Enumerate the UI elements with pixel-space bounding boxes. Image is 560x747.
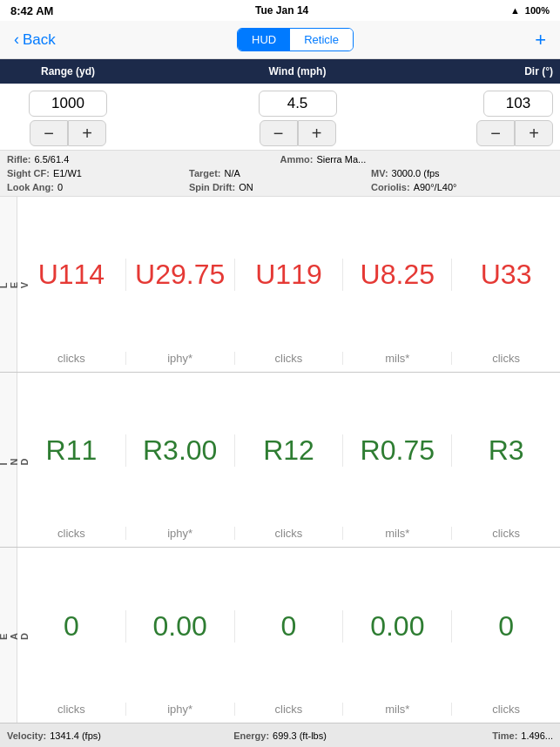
lead-col3: 0 — [234, 610, 343, 643]
wifi-icon: ▲ — [510, 5, 520, 16]
back-chevron-icon: ‹ — [14, 30, 19, 49]
dir-input-group: − + — [466, 91, 553, 146]
lead-val3: 0 — [281, 610, 297, 643]
wind-val1: R11 — [46, 434, 98, 467]
wind-values-row: R11 R3.00 R12 R0.75 R3 — [17, 373, 560, 526]
wind-val3: R12 — [263, 434, 314, 467]
lookang-value: 0 — [57, 180, 63, 194]
elev-lbl-cell4: mils* — [342, 352, 451, 365]
wind-col5: R3 — [451, 434, 560, 467]
elev-lbl3: clicks — [275, 352, 303, 365]
ammo-value: Sierra Ma... — [316, 152, 366, 166]
range-increment-button[interactable]: + — [68, 120, 106, 146]
wind-col1: R11 — [17, 434, 125, 467]
wind-labels-row: clicks iphy* clicks mils* clicks — [17, 525, 560, 547]
elev-lbl-cell5: clicks — [451, 352, 560, 365]
wind-input[interactable] — [259, 91, 337, 117]
segment-control: HUD Reticle — [237, 28, 354, 51]
wind-lbl4: mils* — [385, 527, 409, 540]
wind-decrement-button[interactable]: − — [260, 120, 298, 146]
elev-col1: U114 — [17, 259, 125, 291]
coriolis-label: Coriolis: — [371, 180, 410, 194]
dir-header: Dir (°) — [466, 65, 553, 77]
wind-label: WIND — [0, 454, 30, 465]
elev-val3: U119 — [255, 259, 322, 291]
sections-area: ELEV U114 U29.75 U119 U8.25 — [0, 197, 560, 723]
coriolis-value: A90°/L40° — [414, 180, 457, 194]
wind-val4: R0.75 — [361, 434, 435, 467]
lead-label-col: LEAD — [0, 548, 17, 723]
rifle-value: 6.5/61.4 — [35, 152, 70, 166]
mv-info: MV: 3000.0 (fps — [371, 166, 553, 180]
elev-col4: U8.25 — [342, 259, 451, 291]
time-cell: Time: 1.496... — [371, 730, 553, 741]
energy-label: Energy: — [233, 730, 269, 741]
coriolis-info: Coriolis: A90°/L40° — [371, 180, 553, 194]
elev-data: U114 U29.75 U119 U8.25 U33 — [17, 197, 560, 372]
battery-icon: 100% — [525, 5, 550, 16]
lead-lbl-cell4: mils* — [342, 703, 451, 716]
info-row-1: Rifle: 6.5/61.4 Ammo: Sierra Ma... — [7, 152, 553, 166]
segment-hud[interactable]: HUD — [238, 29, 290, 50]
elev-lbl4: mils* — [385, 352, 409, 365]
back-button[interactable]: ‹ Back — [14, 30, 56, 49]
lead-label: LEAD — [0, 631, 30, 640]
range-decrement-button[interactable]: − — [30, 120, 68, 146]
input-row: − + − + − + — [0, 84, 560, 150]
elev-label-col: ELEV — [0, 197, 17, 372]
velocity-cell: Velocity: 1341.4 (fps) — [7, 730, 189, 741]
spindrift-info: Spin Drift: ON — [189, 180, 371, 194]
lead-lbl-cell3: clicks — [234, 703, 343, 716]
segment-reticle[interactable]: Reticle — [290, 29, 353, 50]
dir-decrement-button[interactable]: − — [476, 120, 515, 146]
lead-data: 0 0.00 0 0.00 0 — [17, 548, 560, 723]
lead-labels-row: clicks iphy* clicks mils* clicks — [17, 701, 560, 723]
lead-val2: 0.00 — [153, 610, 207, 643]
wind-input-group: − + — [241, 91, 354, 146]
mv-value: 3000.0 (fps — [392, 166, 440, 180]
elev-col2: U29.75 — [125, 259, 234, 291]
lookang-info: Look Ang: 0 — [7, 180, 189, 194]
wind-lbl-cell4: mils* — [342, 527, 451, 540]
ammo-info: Ammo: Sierra Ma... — [280, 152, 554, 166]
elev-lbl-cell3: clicks — [234, 352, 343, 365]
wind-lbl-cell2: iphy* — [125, 527, 234, 540]
rifle-info: Rifle: 6.5/61.4 — [7, 152, 280, 166]
add-button[interactable]: + — [535, 29, 546, 51]
energy-cell: Energy: 699.3 (ft-lbs) — [189, 730, 371, 741]
target-value: N/A — [224, 166, 240, 180]
ammo-label: Ammo: — [280, 152, 314, 166]
elev-section: ELEV U114 U29.75 U119 U8.25 — [0, 197, 560, 373]
wind-lbl-cell1: clicks — [17, 527, 125, 540]
dir-input[interactable] — [483, 91, 553, 117]
lead-val4: 0.00 — [370, 610, 424, 643]
time-value: 1.496... — [521, 730, 553, 741]
sightcf-label: Sight CF: — [7, 166, 50, 180]
lead-values-row: 0 0.00 0 0.00 0 — [17, 548, 560, 701]
elev-values-row: U114 U29.75 U119 U8.25 U33 — [17, 197, 560, 350]
mv-label: MV: — [371, 166, 388, 180]
range-input-group: − + — [7, 91, 129, 146]
lead-lbl5: clicks — [492, 703, 520, 716]
wind-col4: R0.75 — [342, 434, 451, 467]
elev-lbl-cell1: clicks — [17, 352, 125, 365]
status-time: 8:42 AM — [10, 4, 53, 17]
wind-label-col: WIND — [0, 373, 17, 548]
target-info: Target: N/A — [189, 166, 371, 180]
bottom-bar: Velocity: 1341.4 (fps) Energy: 699.3 (ft… — [0, 723, 560, 747]
wind-lbl1: clicks — [57, 527, 85, 540]
range-input[interactable] — [29, 91, 107, 117]
elev-val4: U8.25 — [361, 259, 435, 291]
wind-col3: R12 — [234, 434, 343, 467]
sightcf-value: E1/W1 — [53, 166, 82, 180]
range-header: Range (yd) — [7, 65, 129, 77]
dir-increment-button[interactable]: + — [515, 120, 553, 146]
wind-lbl2: iphy* — [167, 527, 192, 540]
nav-bar: ‹ Back HUD Reticle + — [0, 21, 560, 59]
wind-header: Wind (mph) — [129, 65, 466, 77]
elev-col5: U33 — [451, 259, 560, 291]
lead-lbl2: iphy* — [167, 703, 192, 716]
elev-lbl5: clicks — [492, 352, 520, 365]
wind-section: WIND R11 R3.00 R12 R0.75 — [0, 373, 560, 548]
wind-increment-button[interactable]: + — [298, 120, 336, 146]
